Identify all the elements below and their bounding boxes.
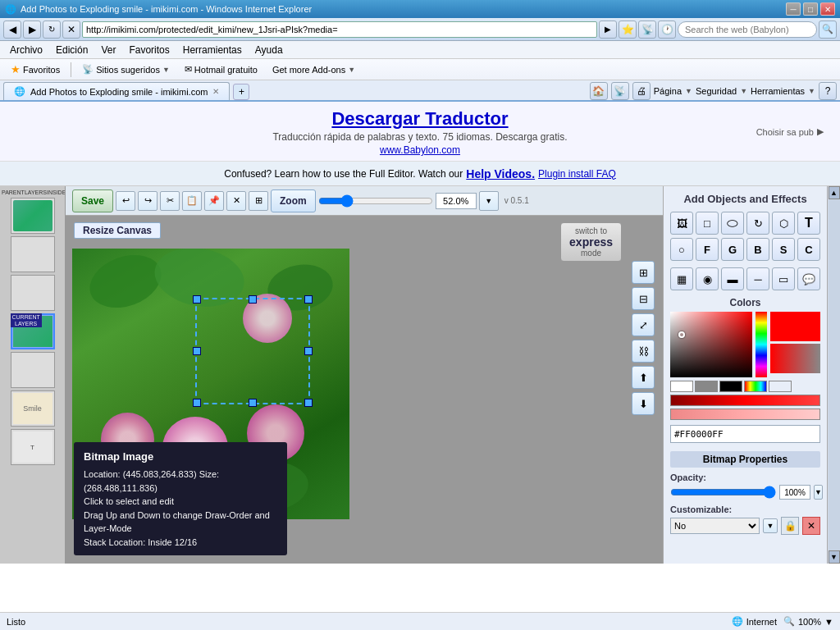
tool-bar[interactable]: ▬	[721, 267, 744, 290]
maximize-button[interactable]: □	[803, 2, 818, 16]
swatch-rainbow[interactable]	[744, 381, 767, 392]
home-button[interactable]: 🏠	[590, 82, 608, 100]
tool-text[interactable]: T	[797, 212, 820, 235]
swatch-white[interactable]	[670, 381, 693, 392]
minimize-button[interactable]: ─	[786, 2, 801, 16]
tool-c[interactable]: C	[797, 238, 820, 261]
red-gradient-bar[interactable]	[670, 395, 820, 406]
express-mode-button[interactable]: switch to express mode	[560, 222, 622, 262]
undo-button[interactable]: ↩	[116, 191, 135, 211]
print-button[interactable]: 🖨	[632, 82, 651, 100]
tool-line[interactable]: ─	[746, 267, 769, 290]
paste-button[interactable]: 📌	[204, 191, 224, 211]
tool-radial[interactable]: ◉	[696, 267, 719, 290]
copy-button[interactable]: 📋	[182, 191, 202, 211]
layer-thumb-7[interactable]: T	[11, 429, 55, 465]
layer-thumb-2[interactable]	[11, 236, 55, 272]
layer-thumb-5[interactable]	[11, 352, 55, 388]
layer-thumb-6[interactable]: Smile	[11, 390, 55, 427]
tool-circle[interactable]: ○	[670, 238, 693, 261]
resize-button[interactable]: ⤢	[632, 313, 655, 336]
add-image-button[interactable]: ⊞	[632, 261, 655, 284]
color-hue-picker[interactable]	[756, 312, 767, 377]
menu-herramientas[interactable]: Herramientas	[176, 43, 249, 57]
custom-dropdown[interactable]: ▼	[763, 518, 778, 533]
redo-button[interactable]: ↪	[138, 191, 158, 211]
faq-link[interactable]: Plugin install FAQ	[538, 168, 616, 180]
help-videos-link[interactable]: Help Videos.	[466, 167, 535, 180]
opacity-slider[interactable]	[670, 487, 776, 497]
move-up-button[interactable]: ⬆	[632, 366, 655, 389]
customizable-select[interactable]: No Yes	[670, 518, 760, 534]
save-button[interactable]: Save	[72, 189, 113, 212]
lock-button[interactable]: 🔒	[781, 517, 799, 535]
pagina-button[interactable]: Página	[654, 86, 682, 96]
tool-rectangle[interactable]: □	[696, 212, 719, 235]
search-input[interactable]	[678, 21, 817, 38]
unlock-button[interactable]: ✕	[802, 517, 820, 535]
vertical-scrollbar[interactable]: ▲ ▼	[827, 186, 840, 564]
tool-polygon[interactable]: ⬡	[772, 212, 795, 235]
address-input[interactable]	[82, 21, 597, 38]
swatch-transparent[interactable]	[769, 381, 792, 392]
opacity-value-input[interactable]	[779, 485, 810, 500]
tool-b[interactable]: B	[746, 238, 769, 261]
color-saturation-picker[interactable]	[670, 312, 752, 377]
swatch-gray[interactable]	[695, 381, 718, 392]
menu-archivo[interactable]: Archivo	[3, 43, 49, 57]
zoom-dropdown[interactable]: ▼	[479, 191, 499, 211]
ad-link[interactable]: www.Babylon.com	[380, 144, 460, 156]
tool-f[interactable]: F	[696, 238, 719, 261]
history-button[interactable]: 🕐	[658, 21, 676, 39]
grid-button[interactable]: ⊞	[249, 191, 268, 211]
zoom-value-input[interactable]	[436, 193, 477, 209]
close-button[interactable]: ✕	[820, 2, 835, 16]
tool-speech[interactable]: 💬	[797, 267, 820, 290]
color-value-input[interactable]	[670, 425, 820, 443]
forward-button[interactable]: ▶	[23, 21, 41, 39]
refresh-button[interactable]: ↻	[43, 21, 61, 39]
zoom-button[interactable]: Zoom	[271, 189, 316, 212]
seguridad-button[interactable]: Seguridad	[696, 86, 737, 96]
scroll-down-button[interactable]: ▼	[829, 550, 840, 564]
scroll-up-button[interactable]: ▲	[829, 186, 840, 199]
move-down-button[interactable]: ⬇	[632, 392, 655, 415]
new-tab-button[interactable]: +	[233, 84, 249, 100]
tool-g[interactable]: G	[721, 238, 744, 261]
resize-canvas-label[interactable]: Resize Canvas	[74, 222, 161, 239]
menu-favoritos[interactable]: Favoritos	[122, 43, 176, 57]
suggested-sites[interactable]: 📡 Sitios sugeridos ▼	[76, 62, 176, 77]
herramientas-button[interactable]: Herramientas	[751, 86, 805, 96]
menu-ver[interactable]: Ver	[94, 43, 122, 57]
tool-image[interactable]: 🖼	[670, 212, 693, 235]
tool-s[interactable]: S	[772, 238, 795, 261]
delete-button[interactable]: ✕	[226, 191, 246, 211]
zoom-dropdown-icon[interactable]: ▼	[824, 617, 833, 627]
layer-thumb-1[interactable]	[11, 198, 55, 234]
remove-image-button[interactable]: ⊟	[632, 287, 655, 310]
tool-rect2[interactable]: ▭	[772, 267, 795, 290]
ad-title[interactable]: Descargar Traductor	[0, 108, 840, 130]
stop-button[interactable]: ✕	[62, 21, 80, 39]
search-button[interactable]: 🔍	[819, 21, 837, 39]
share-button[interactable]: ⛓	[632, 340, 655, 363]
rss-button[interactable]: 📡	[611, 82, 629, 100]
back-button[interactable]: ◀	[3, 21, 21, 39]
swatch-black[interactable]	[719, 381, 742, 392]
cut-button[interactable]: ✂	[160, 191, 180, 211]
hotmail-link[interactable]: ✉ Hotmail gratuito	[179, 62, 263, 77]
go-button[interactable]: ▶	[599, 21, 617, 39]
feeds-button[interactable]: 📡	[638, 21, 656, 39]
favorites-button[interactable]: ⭐	[619, 21, 637, 39]
menu-edicion[interactable]: Edición	[49, 43, 94, 57]
layer-thumb-3[interactable]	[11, 275, 55, 311]
tool-ellipse[interactable]: ⬭	[721, 212, 744, 235]
tab-close-button[interactable]: ✕	[212, 87, 219, 96]
tool-rotate[interactable]: ↻	[746, 212, 769, 235]
menu-ayuda[interactable]: Ayuda	[249, 43, 290, 57]
help-button[interactable]: ?	[819, 82, 837, 100]
zoom-slider[interactable]	[318, 195, 433, 207]
pink-gradient-bar[interactable]	[670, 409, 820, 420]
tool-pattern[interactable]: ▦	[670, 267, 693, 290]
tab-main[interactable]: 🌐 Add Photos to Exploding smile - imikim…	[3, 82, 230, 100]
